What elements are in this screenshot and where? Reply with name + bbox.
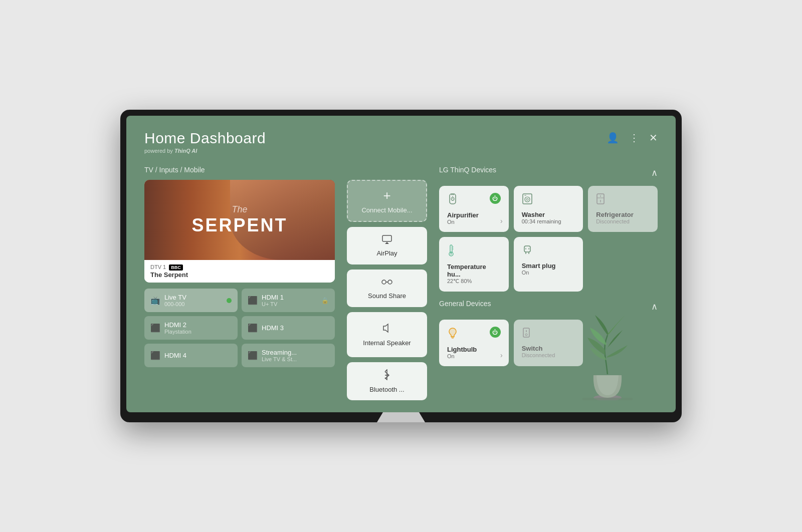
svg-point-3 [388, 280, 392, 284]
thinq-collapse-btn[interactable]: ∧ [651, 167, 658, 178]
general-collapse-btn[interactable]: ∧ [651, 301, 658, 312]
device-lightbulb[interactable]: ⏻ Lightbulb On › [439, 320, 509, 366]
washer-status: 00:34 remaining [522, 218, 575, 224]
refrigerator-header [596, 193, 650, 207]
header-controls: 👤 ⋮ ✕ [607, 130, 658, 144]
refrigerator-status: Disconnected [596, 218, 650, 224]
device-airpurifier[interactable]: ⏻ Airpurifier On › [439, 186, 509, 232]
dashboard: Home Dashboard powered by ThinQ AI 👤 ⋮ ✕… [126, 116, 676, 412]
close-icon[interactable]: ✕ [649, 132, 658, 144]
hdmi4-icon: ⬛ [150, 351, 160, 360]
input-grid: 📺 Live TV 000-000 ⬛ HDMI 1 U+ TV [144, 289, 335, 367]
lightbulb-icon [447, 327, 458, 342]
lightbulb-status: On [447, 353, 501, 359]
channel-info: DTV 1 BBC [150, 264, 329, 270]
general-device-grid: ⏻ Lightbulb On › [439, 320, 658, 366]
washer-header [522, 193, 575, 207]
temperature-icon [447, 244, 455, 259]
sound-share-card[interactable]: Sound Share [347, 270, 427, 307]
airplay-card[interactable]: AirPlay [347, 227, 427, 264]
hdmi1-icon: ⬛ [248, 296, 258, 305]
show-display-name: The Serpent [150, 271, 329, 279]
right-panel-wrapper: LG ThinQ Devices ∧ [439, 166, 658, 400]
svg-point-32 [593, 395, 622, 400]
streaming-icon: ⬛ [248, 351, 258, 360]
switch-header [522, 327, 575, 341]
svg-rect-33 [582, 398, 633, 400]
header: Home Dashboard powered by ThinQ AI 👤 ⋮ ✕ [144, 130, 658, 154]
connect-mobile-icon: + [383, 188, 390, 203]
svg-rect-0 [382, 235, 391, 241]
smart-plug-status: On [522, 270, 575, 276]
airpurifier-power-btn[interactable]: ⏻ [490, 193, 501, 204]
channel-tag: BBC [169, 264, 183, 271]
airpurifier-chevron: › [500, 217, 503, 225]
hdmi2-sub: Playstation [164, 329, 191, 335]
general-section-header: General Devices ∧ [439, 300, 658, 314]
device-refrigerator[interactable]: Refrigerator Disconnected [588, 186, 658, 232]
hdmi4-info: HDMI 4 [164, 352, 186, 359]
lightbulb-header: ⏻ [447, 327, 501, 342]
device-switch[interactable]: Switch Disconnected [514, 320, 583, 366]
menu-icon[interactable]: ⋮ [629, 132, 639, 144]
device-washer[interactable]: Washer 00:34 remaining [514, 186, 583, 232]
right-panel: LG ThinQ Devices ∧ [439, 166, 658, 366]
profile-icon[interactable]: 👤 [607, 132, 619, 144]
tv-stand [126, 412, 676, 422]
smart-plug-header [522, 244, 575, 258]
streaming-info: Streaming... Live TV & St... [262, 349, 297, 362]
input-hdmi2[interactable]: ⬛ HDMI 2 Playstation [144, 316, 238, 340]
lightbulb-name: Lightbulb [447, 346, 501, 353]
live-tv-sub: 000-000 [164, 301, 186, 307]
refrigerator-name: Refrigerator [596, 211, 650, 218]
hdmi1-sub: U+ TV [262, 301, 284, 307]
svg-marker-5 [383, 324, 388, 332]
show-name: Serpent [191, 215, 287, 236]
svg-rect-22 [524, 246, 530, 252]
washer-name: Washer [522, 211, 575, 218]
channel-number: DTV 1 [150, 264, 166, 270]
input-streaming[interactable]: ⬛ Streaming... Live TV & St... [242, 344, 335, 367]
lightbulb-power-btn[interactable]: ⏻ [490, 327, 501, 338]
subtitle-prefix: powered by [144, 148, 173, 154]
connect-mobile-card[interactable]: + Connect Mobile... [347, 180, 427, 222]
sound-share-icon [381, 278, 392, 289]
stand-neck [371, 412, 431, 422]
airplay-icon [381, 235, 392, 246]
active-indicator [227, 298, 232, 303]
washer-icon [522, 193, 533, 207]
header-title-area: Home Dashboard powered by ThinQ AI [144, 130, 266, 154]
bluetooth-label: Bluetooth ... [369, 386, 404, 393]
lightbulb-chevron: › [500, 351, 503, 359]
smart-plug-icon [522, 244, 533, 258]
device-temperature[interactable]: Temperature hu... 22℃ 80% [439, 237, 509, 292]
internal-speaker-card[interactable]: Internal Speaker [347, 312, 427, 357]
bluetooth-icon [383, 369, 391, 383]
thinq-section-header: LG ThinQ Devices ∧ [439, 166, 658, 180]
connect-mobile-label: Connect Mobile... [361, 206, 412, 214]
tv-preview[interactable]: BBC The Serpent [144, 180, 335, 283]
tv-preview-info: DTV 1 BBC The Serpent [144, 260, 335, 283]
svg-point-2 [382, 280, 386, 284]
input-live-tv[interactable]: 📺 Live TV 000-000 [144, 289, 238, 312]
hdmi1-info: HDMI 1 U+ TV [262, 294, 284, 307]
switch-status: Disconnected [522, 352, 575, 358]
device-smart-plug[interactable]: Smart plug On [514, 237, 583, 292]
temperature-header [447, 244, 501, 259]
hdmi3-info: HDMI 3 [262, 324, 284, 332]
switch-icon [522, 327, 531, 341]
tv-screen: Home Dashboard powered by ThinQ AI 👤 ⋮ ✕… [126, 116, 676, 412]
input-hdmi4[interactable]: ⬛ HDMI 4 [144, 344, 238, 367]
tv-frame: Home Dashboard powered by ThinQ AI 👤 ⋮ ✕… [120, 110, 682, 422]
refrigerator-icon [596, 193, 605, 207]
left-panel: TV / Inputs / Mobile BBC [144, 166, 335, 400]
airpurifier-name: Airpurifier [447, 211, 501, 219]
svg-point-10 [525, 197, 530, 202]
tv-inputs-section-title: TV / Inputs / Mobile [144, 166, 335, 174]
svg-point-31 [525, 334, 527, 336]
bluetooth-card[interactable]: Bluetooth ... [347, 362, 427, 400]
input-hdmi3[interactable]: ⬛ HDMI 3 [242, 316, 335, 340]
show-prefix: The [191, 204, 287, 215]
streaming-name: Streaming... [262, 349, 297, 356]
input-hdmi1[interactable]: ⬛ HDMI 1 U+ TV 🔒 [242, 289, 335, 312]
